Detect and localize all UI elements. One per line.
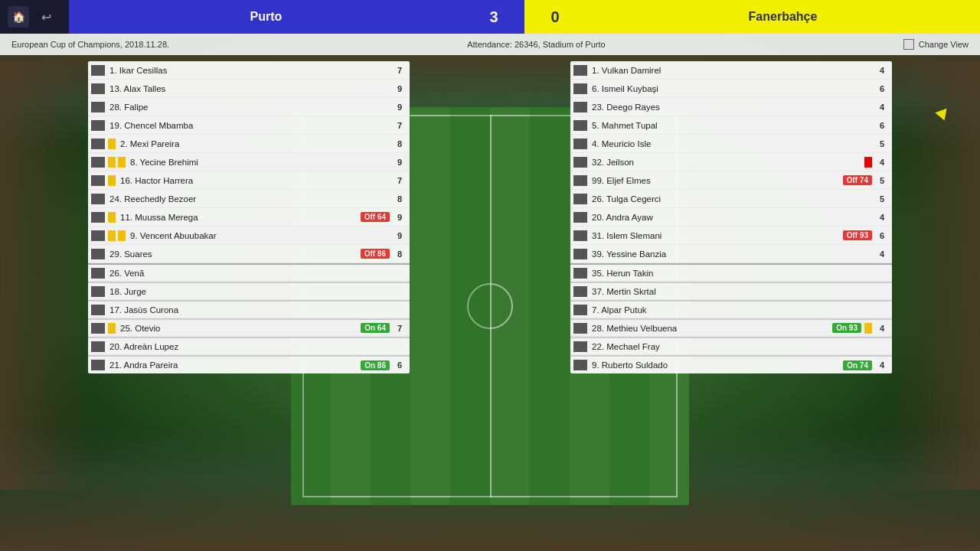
table-row[interactable]: 5. Mahmet Tupal6 <box>570 116 892 135</box>
table-row[interactable]: 35. Herun Takin <box>570 263 892 282</box>
table-row[interactable]: 9. Vencent Abuubakar9 <box>88 227 410 245</box>
table-row[interactable]: 37. Mertin Skrtal <box>570 282 892 300</box>
table-row[interactable]: 39. Yessine Banzia4 <box>570 245 892 263</box>
player-name: 20. Adreàn Lupez <box>108 342 393 351</box>
change-view-area[interactable]: Change View <box>903 39 969 50</box>
table-row[interactable]: 1. Ikar Cesillas7 <box>88 61 410 80</box>
table-row[interactable]: 13. Alax Talles9 <box>88 80 410 98</box>
table-row[interactable]: 20. Adreàn Lupez <box>88 337 410 355</box>
red-card-icon <box>864 157 872 168</box>
table-row[interactable]: 28. Falipe9 <box>88 98 410 116</box>
player-name: 11. Muussa Merega <box>119 213 361 222</box>
cards-area <box>108 323 117 334</box>
player-name: 19. Chencel Mbamba <box>108 121 393 130</box>
player-name: 23. Deego Rayes <box>590 103 875 112</box>
player-color-box <box>573 194 587 204</box>
home-button[interactable]: 🏠 <box>8 6 29 28</box>
player-color-box <box>91 175 105 186</box>
back-button[interactable]: ↩ <box>35 6 57 28</box>
player-name: 35. Herun Takin <box>590 269 875 278</box>
table-row[interactable]: 26. Tulga Cegerci5 <box>570 190 892 208</box>
player-color-box <box>573 212 587 223</box>
cards-area <box>108 157 127 168</box>
table-row[interactable]: 9. Ruberto SuldadoOn 744 <box>570 355 892 373</box>
player-name: 99. Eljef Elmes <box>590 176 843 185</box>
player-name: 26. Venã <box>108 269 393 278</box>
player-rating: 7 <box>393 324 407 333</box>
table-row[interactable]: 17. Jasùs Curona <box>88 300 410 318</box>
yellow-card-icon <box>108 230 116 241</box>
substitution-on-badge: On 64 <box>361 323 390 333</box>
player-name: 39. Yessine Banzia <box>590 249 875 259</box>
table-row[interactable]: 6. Ismeil Kuybaşi6 <box>570 80 892 98</box>
player-color-box <box>573 65 587 76</box>
home-score: 3 <box>463 0 524 34</box>
table-row[interactable]: 21. Andra PareiraOn 866 <box>88 355 410 373</box>
player-name: 21. Andra Pareira <box>108 360 361 370</box>
table-row[interactable]: 99. Eljef ElmesOff 745 <box>570 171 892 190</box>
player-color-box <box>91 286 105 297</box>
table-row[interactable]: 28. Methieu VelbuenaOn 934 <box>570 318 892 337</box>
yellow-card2-icon <box>108 212 116 223</box>
table-row[interactable]: 25. OtevioOn 647 <box>88 318 410 337</box>
yellow-card-icon <box>108 157 116 168</box>
table-row[interactable]: 24. Reechedly Bezoer8 <box>88 190 410 208</box>
player-name: 32. Jeilson <box>590 158 864 167</box>
table-row[interactable]: 19. Chencel Mbamba7 <box>88 116 410 135</box>
player-name: 1. Ikar Cesillas <box>108 66 393 75</box>
table-row[interactable]: 4. Meuricio Isle5 <box>570 135 892 153</box>
player-color-box <box>91 65 105 76</box>
change-view-label[interactable]: Change View <box>919 40 969 49</box>
yellow-card2-icon <box>108 175 116 186</box>
table-row[interactable]: 29. SuaresOff 868 <box>88 245 410 263</box>
table-row[interactable]: 23. Deego Rayes4 <box>570 98 892 116</box>
player-color-box <box>91 194 105 204</box>
player-name: 20. Andra Ayaw <box>590 213 875 222</box>
player-color-box <box>573 323 587 334</box>
player-name: 16. Hactor Harrera <box>119 176 393 185</box>
player-rating: 4 <box>875 158 889 167</box>
player-name: 24. Reechedly Bezoer <box>108 194 393 204</box>
away-team-name: Fanerbahçe <box>586 0 980 34</box>
table-row[interactable]: 32. Jeilson4 <box>570 153 892 171</box>
player-color-box <box>91 323 105 334</box>
player-color-box <box>573 341 587 352</box>
table-row[interactable]: 18. Jurge <box>88 282 410 300</box>
player-name: 9. Vencent Abuubakar <box>129 231 393 240</box>
substitution-on-badge: On 86 <box>361 360 390 370</box>
table-row[interactable]: 20. Andra Ayaw4 <box>570 208 892 227</box>
table-row[interactable]: 26. Venã <box>88 263 410 282</box>
yellow-card-icon <box>108 139 116 149</box>
player-color-box <box>91 120 105 131</box>
substitution-on-badge: On 74 <box>843 360 872 370</box>
player-rating: 6 <box>875 121 889 130</box>
player-color-box <box>573 360 587 370</box>
player-name: 8. Yecine Brehimi <box>129 158 393 167</box>
table-row[interactable]: 8. Yecine Brehimi9 <box>88 153 410 171</box>
table-row[interactable]: 7. Alpar Putuk <box>570 300 892 318</box>
player-color-box <box>91 83 105 94</box>
home-team-name: Purto <box>69 0 463 34</box>
player-name: 25. Otevio <box>119 324 361 333</box>
player-name: 29. Suares <box>108 249 361 259</box>
player-rating: 4 <box>875 213 889 222</box>
player-rating: 6 <box>393 360 407 370</box>
player-rating: 5 <box>875 139 889 148</box>
fanerbahce-panel: 1. Vulkan Damirel46. Ismeil Kuybaşi623. … <box>570 61 892 373</box>
competition-info: European Cup of Champions, 2018.11.28. <box>11 40 169 49</box>
player-rating: 7 <box>393 176 407 185</box>
player-color-box <box>573 157 587 168</box>
table-row[interactable]: 2. Mexi Pareira8 <box>88 135 410 153</box>
player-color-box <box>91 305 105 315</box>
player-rating: 6 <box>875 84 889 93</box>
yellow-card-icon <box>864 323 872 334</box>
table-row[interactable]: 11. Muussa MeregaOff 649 <box>88 208 410 227</box>
table-row[interactable]: 22. Mechael Fray <box>570 337 892 355</box>
info-bar: European Cup of Champions, 2018.11.28. A… <box>0 34 980 55</box>
change-view-checkbox[interactable] <box>903 39 914 50</box>
table-row[interactable]: 31. Islem SlemaniOff 936 <box>570 227 892 245</box>
substitution-off-badge: Off 93 <box>843 230 872 240</box>
player-rating: 7 <box>393 121 407 130</box>
table-row[interactable]: 1. Vulkan Damirel4 <box>570 61 892 80</box>
table-row[interactable]: 16. Hactor Harrera7 <box>88 171 410 190</box>
